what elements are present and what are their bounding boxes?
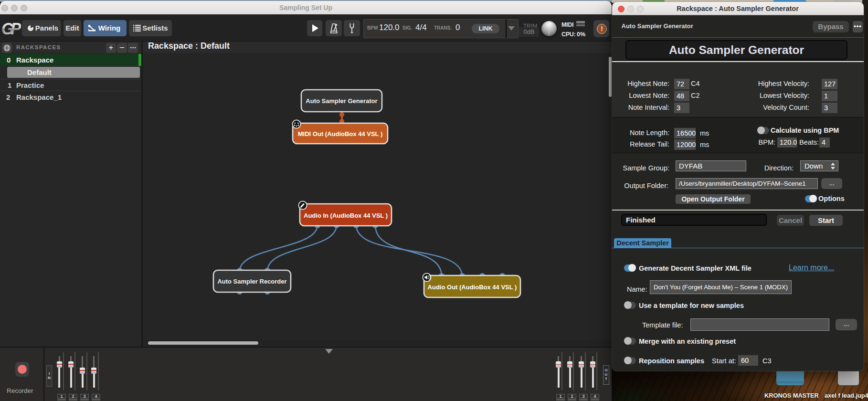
svg-text:Auto Sampler Generator: Auto Sampler Generator	[306, 97, 377, 105]
svg-text:MIDI Out (AudioBox 44 VSL ): MIDI Out (AudioBox 44 VSL )	[298, 130, 382, 137]
svg-text:Audio Out (AudioBox 44 VSL ): Audio Out (AudioBox 44 VSL )	[428, 284, 517, 291]
svg-text:Auto Sampler Recorder: Auto Sampler Recorder	[217, 278, 286, 285]
svg-text:Audio In (AudioBox 44 VSL ): Audio In (AudioBox 44 VSL )	[304, 212, 388, 219]
svg-text:GP: GP	[1, 20, 21, 38]
